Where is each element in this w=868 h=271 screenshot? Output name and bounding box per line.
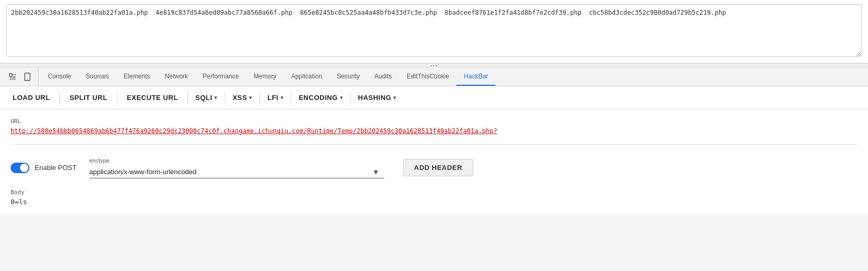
sqli-dropdown-arrow: ▾: [214, 95, 217, 101]
body-value: 0=ls: [11, 198, 857, 206]
enctype-section: enctype application/x-www-form-urlencode…: [89, 157, 378, 178]
drag-handle[interactable]: ⋯: [0, 63, 868, 67]
toolbar-divider-7: [350, 92, 351, 104]
hashing-dropdown-button[interactable]: HASHING ▾: [352, 88, 403, 107]
device-icon[interactable]: [21, 71, 34, 83]
lfi-dropdown-button[interactable]: LFI ▾: [261, 88, 290, 107]
toggle-knob: [20, 164, 28, 172]
url-value[interactable]: http://580e54bbb0654869ab6b477f476a9260c…: [11, 127, 857, 136]
toolbar-divider-6: [291, 92, 291, 104]
devtools-icon-group: [2, 67, 38, 86]
tab-network[interactable]: Network: [157, 67, 195, 86]
tab-sources[interactable]: Sources: [78, 67, 116, 86]
sqli-dropdown-button[interactable]: SQLI ▾: [189, 88, 224, 107]
devtools-tabs: Console Sources Elements Network Perform…: [38, 67, 495, 86]
post-section: Enable POST enctype application/x-www-fo…: [11, 153, 857, 183]
toolbar-divider-2: [117, 92, 117, 104]
lfi-dropdown-arrow: ▾: [281, 95, 284, 101]
enable-post-label: Enable POST: [35, 164, 77, 172]
execute-url-button[interactable]: EXECUTE URL: [118, 88, 186, 107]
toolbar-divider-3: [187, 92, 188, 104]
encoding-dropdown-button[interactable]: ENCODING ▾: [292, 88, 349, 107]
tab-hackbar[interactable]: HackBar: [456, 67, 495, 86]
url-divider: [11, 144, 857, 145]
top-textarea[interactable]: 2bb202459c30a1628513f40ab22fa01a.php 4e8…: [6, 4, 862, 57]
tab-audits[interactable]: Audits: [367, 67, 399, 86]
body-section: Body 0=ls: [11, 183, 857, 206]
tab-application[interactable]: Application: [284, 67, 330, 86]
enctype-select[interactable]: application/x-www-form-urlencoded multip…: [89, 166, 384, 178]
encoding-dropdown-arrow: ▾: [340, 95, 343, 101]
tab-memory[interactable]: Memory: [246, 67, 284, 86]
toolbar-divider-4: [225, 92, 225, 104]
svg-rect-0: [9, 74, 12, 76]
xss-dropdown-button[interactable]: XSS ▾: [226, 88, 258, 107]
enctype-label: enctype: [89, 157, 378, 164]
xss-dropdown-arrow: ▾: [249, 95, 252, 101]
tab-elements[interactable]: Elements: [116, 67, 157, 86]
hackbar-toolbar: LOAD URL SPLIT URL EXECUTE URL SQLI ▾ XS…: [0, 86, 868, 109]
hashing-dropdown-arrow: ▾: [393, 95, 396, 101]
svg-point-2: [27, 78, 28, 79]
tab-security[interactable]: Security: [330, 67, 367, 86]
main-content: URL http://580e54bbb0654869ab6b477f476a9…: [0, 109, 868, 214]
load-url-button[interactable]: LOAD URL: [4, 88, 58, 107]
toolbar-divider-5: [260, 92, 260, 104]
enable-post-toggle-wrapper: Enable POST: [11, 163, 77, 173]
tab-performance[interactable]: Performance: [195, 67, 246, 86]
add-header-button[interactable]: ADD HEADER: [403, 159, 474, 176]
tab-editthiscookie[interactable]: EditThisCookie: [400, 67, 457, 86]
url-label: URL: [11, 118, 857, 125]
toolbar-divider-1: [59, 92, 60, 104]
top-content-area: 2bb202459c30a1628513f40ab22fa01a.php 4e8…: [0, 0, 868, 63]
enctype-select-wrapper: application/x-www-form-urlencoded multip…: [89, 166, 378, 178]
devtools-tabbar: Console Sources Elements Network Perform…: [0, 67, 868, 86]
url-text: http://580e54bbb0654869ab6b477f476a9260c…: [11, 127, 497, 135]
split-url-button[interactable]: SPLIT URL: [61, 88, 116, 107]
tab-console[interactable]: Console: [41, 67, 78, 86]
body-label: Body: [11, 189, 857, 196]
inspect-icon[interactable]: [6, 71, 19, 83]
enable-post-toggle[interactable]: [11, 163, 29, 173]
